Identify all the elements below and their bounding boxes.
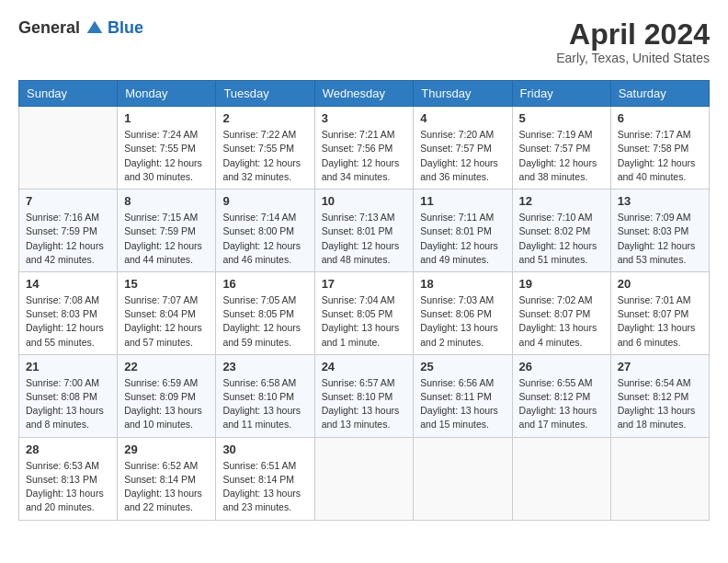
calendar-cell: 23Sunrise: 6:58 AMSunset: 8:10 PMDayligh… (216, 354, 314, 437)
day-number: 7 (26, 194, 110, 208)
day-number: 10 (322, 194, 407, 208)
day-info: Sunrise: 7:24 AMSunset: 7:55 PMDaylight:… (124, 128, 209, 184)
col-header-saturday: Saturday (610, 81, 709, 107)
calendar-cell: 5Sunrise: 7:19 AMSunset: 7:57 PMDaylight… (512, 107, 610, 190)
calendar-cell: 15Sunrise: 7:07 AMSunset: 8:04 PMDayligh… (118, 271, 216, 354)
day-number: 28 (26, 442, 110, 456)
day-info: Sunrise: 7:02 AMSunset: 8:07 PMDaylight:… (519, 293, 604, 350)
day-number: 4 (420, 111, 505, 125)
day-number: 13 (618, 194, 702, 208)
calendar-cell: 21Sunrise: 7:00 AMSunset: 8:08 PMDayligh… (19, 354, 118, 437)
calendar-cell: 11Sunrise: 7:11 AMSunset: 8:01 PMDayligh… (414, 190, 512, 272)
day-info: Sunrise: 7:07 AMSunset: 8:04 PMDaylight:… (124, 293, 209, 350)
calendar-cell: 25Sunrise: 6:56 AMSunset: 8:11 PMDayligh… (414, 354, 512, 437)
day-number: 16 (222, 277, 307, 291)
calendar-cell: 13Sunrise: 7:09 AMSunset: 8:03 PMDayligh… (610, 190, 709, 272)
day-info: Sunrise: 7:04 AMSunset: 8:05 PMDaylight:… (322, 293, 407, 350)
day-number: 9 (222, 194, 307, 208)
calendar-cell: 4Sunrise: 7:20 AMSunset: 7:57 PMDaylight… (414, 107, 512, 190)
day-info: Sunrise: 6:56 AMSunset: 8:11 PMDaylight:… (420, 376, 505, 432)
calendar-cell: 7Sunrise: 7:16 AMSunset: 7:59 PMDaylight… (19, 190, 118, 272)
calendar-table: SundayMondayTuesdayWednesdayThursdayFrid… (18, 80, 710, 520)
col-header-friday: Friday (512, 81, 610, 107)
month-title: April 2024 (556, 18, 710, 51)
calendar-cell: 8Sunrise: 7:15 AMSunset: 7:59 PMDaylight… (118, 190, 216, 272)
day-info: Sunrise: 7:09 AMSunset: 8:03 PMDaylight:… (618, 211, 702, 267)
day-number: 25 (420, 360, 505, 373)
day-info: Sunrise: 7:10 AMSunset: 8:02 PMDaylight:… (519, 211, 604, 267)
calendar-cell: 22Sunrise: 6:59 AMSunset: 8:09 PMDayligh… (118, 354, 216, 437)
title-block: April 2024 Early, Texas, United States (556, 18, 710, 65)
logo-text-general: General (18, 18, 80, 38)
col-header-sunday: Sunday (19, 81, 118, 107)
calendar-cell: 14Sunrise: 7:08 AMSunset: 8:03 PMDayligh… (19, 271, 118, 354)
day-info: Sunrise: 6:53 AMSunset: 8:13 PMDaylight:… (26, 459, 110, 515)
logo-text-blue: Blue (108, 18, 143, 38)
day-info: Sunrise: 7:14 AMSunset: 8:00 PMDaylight:… (222, 211, 307, 267)
calendar-cell: 12Sunrise: 7:10 AMSunset: 8:02 PMDayligh… (512, 190, 610, 272)
calendar-cell: 30Sunrise: 6:51 AMSunset: 8:14 PMDayligh… (216, 437, 314, 520)
day-number: 24 (322, 360, 407, 373)
day-number: 17 (322, 277, 407, 291)
logo-icon (85, 19, 104, 38)
calendar-header-row: SundayMondayTuesdayWednesdayThursdayFrid… (19, 81, 710, 107)
calendar-cell: 18Sunrise: 7:03 AMSunset: 8:06 PMDayligh… (414, 271, 512, 354)
week-row-1: 1Sunrise: 7:24 AMSunset: 7:55 PMDaylight… (19, 107, 710, 190)
day-number: 1 (124, 111, 209, 125)
week-row-4: 21Sunrise: 7:00 AMSunset: 8:08 PMDayligh… (19, 354, 710, 437)
day-info: Sunrise: 7:15 AMSunset: 7:59 PMDaylight:… (124, 211, 209, 267)
day-info: Sunrise: 7:11 AMSunset: 8:01 PMDaylight:… (420, 211, 505, 267)
calendar-cell: 2Sunrise: 7:22 AMSunset: 7:55 PMDaylight… (216, 107, 314, 190)
calendar-cell: 6Sunrise: 7:17 AMSunset: 7:58 PMDaylight… (610, 107, 709, 190)
calendar-cell: 17Sunrise: 7:04 AMSunset: 8:05 PMDayligh… (314, 271, 414, 354)
day-number: 6 (618, 111, 702, 125)
calendar-cell: 19Sunrise: 7:02 AMSunset: 8:07 PMDayligh… (512, 271, 610, 354)
week-row-5: 28Sunrise: 6:53 AMSunset: 8:13 PMDayligh… (19, 437, 710, 520)
day-info: Sunrise: 7:21 AMSunset: 7:56 PMDaylight:… (322, 128, 407, 184)
day-number: 8 (124, 194, 209, 208)
calendar-cell: 29Sunrise: 6:52 AMSunset: 8:14 PMDayligh… (118, 437, 216, 520)
calendar-cell: 16Sunrise: 7:05 AMSunset: 8:05 PMDayligh… (216, 271, 314, 354)
calendar-cell (610, 437, 709, 520)
week-row-2: 7Sunrise: 7:16 AMSunset: 7:59 PMDaylight… (19, 190, 710, 272)
day-info: Sunrise: 7:22 AMSunset: 7:55 PMDaylight:… (222, 128, 307, 184)
col-header-monday: Monday (118, 81, 216, 107)
day-number: 22 (124, 360, 209, 373)
calendar-cell (512, 437, 610, 520)
calendar-cell: 10Sunrise: 7:13 AMSunset: 8:01 PMDayligh… (314, 190, 414, 272)
day-number: 21 (26, 360, 110, 373)
day-number: 19 (519, 277, 604, 291)
col-header-tuesday: Tuesday (216, 81, 314, 107)
day-info: Sunrise: 6:54 AMSunset: 8:12 PMDaylight:… (618, 376, 702, 432)
calendar-cell: 9Sunrise: 7:14 AMSunset: 8:00 PMDaylight… (216, 190, 314, 272)
day-info: Sunrise: 6:58 AMSunset: 8:10 PMDaylight:… (222, 376, 307, 432)
day-number: 11 (420, 194, 505, 208)
day-number: 15 (124, 277, 209, 291)
svg-marker-0 (87, 20, 103, 32)
calendar-cell: 24Sunrise: 6:57 AMSunset: 8:10 PMDayligh… (314, 354, 414, 437)
day-info: Sunrise: 7:19 AMSunset: 7:57 PMDaylight:… (519, 128, 604, 184)
day-number: 14 (26, 277, 110, 291)
day-info: Sunrise: 7:17 AMSunset: 7:58 PMDaylight:… (618, 128, 702, 184)
week-row-3: 14Sunrise: 7:08 AMSunset: 8:03 PMDayligh… (19, 271, 710, 354)
day-number: 18 (420, 277, 505, 291)
calendar-cell: 28Sunrise: 6:53 AMSunset: 8:13 PMDayligh… (19, 437, 118, 520)
day-number: 26 (519, 360, 604, 373)
calendar-cell: 3Sunrise: 7:21 AMSunset: 7:56 PMDaylight… (314, 107, 414, 190)
calendar-cell: 26Sunrise: 6:55 AMSunset: 8:12 PMDayligh… (512, 354, 610, 437)
page-header: General Blue April 2024 Early, Texas, Un… (18, 18, 710, 65)
day-info: Sunrise: 7:01 AMSunset: 8:07 PMDaylight:… (618, 293, 702, 350)
day-info: Sunrise: 6:57 AMSunset: 8:10 PMDaylight:… (322, 376, 407, 432)
calendar-cell: 27Sunrise: 6:54 AMSunset: 8:12 PMDayligh… (610, 354, 709, 437)
day-number: 5 (519, 111, 604, 125)
day-number: 27 (618, 360, 702, 373)
day-number: 30 (222, 442, 307, 456)
day-info: Sunrise: 6:51 AMSunset: 8:14 PMDaylight:… (222, 459, 307, 515)
logo: General Blue (18, 18, 143, 38)
calendar-cell (314, 437, 414, 520)
day-info: Sunrise: 7:03 AMSunset: 8:06 PMDaylight:… (420, 293, 505, 350)
day-number: 20 (618, 277, 702, 291)
calendar-cell (19, 107, 118, 190)
calendar-cell (414, 437, 512, 520)
day-info: Sunrise: 6:52 AMSunset: 8:14 PMDaylight:… (124, 459, 209, 515)
